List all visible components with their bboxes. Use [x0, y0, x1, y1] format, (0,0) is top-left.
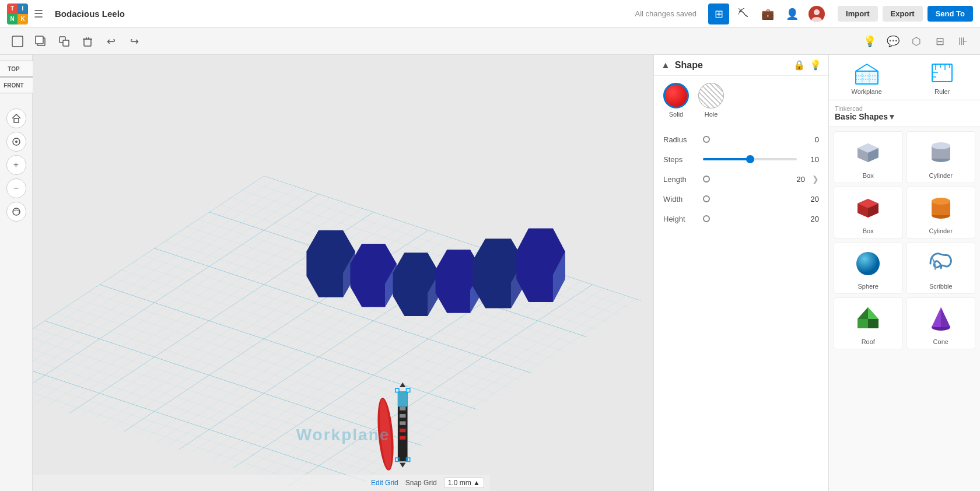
length-slider-area — [703, 176, 783, 183]
ruler-tool[interactable]: Ruler — [905, 55, 981, 100]
height-value: 20 — [802, 215, 819, 223]
project-name[interactable]: Bodacious Leelo — [55, 9, 125, 19]
solid-circle — [663, 83, 689, 108]
toolbar-right: 💡 💬 ⬡ ⊟ ⊪ — [860, 31, 973, 51]
grid-view-button[interactable]: ⊞ — [708, 3, 729, 24]
shape-cylinder-grey[interactable]: Cylinder — [907, 131, 976, 183]
fit-view-button[interactable] — [6, 132, 26, 152]
library-name-row: Basic Shapes ▼ — [835, 112, 974, 121]
tools-row: Workplane Ruler — [829, 55, 980, 100]
shape-scribble[interactable]: Scribble — [907, 242, 976, 294]
undo-button[interactable]: ↩ — [100, 31, 121, 52]
width-dot[interactable] — [703, 195, 710, 202]
shape-properties: Radius 0 Steps 10 Length — [654, 125, 828, 233]
library-category: Basic Shapes — [835, 112, 888, 121]
import-button[interactable]: Import — [838, 6, 877, 22]
steps-slider[interactable] — [703, 158, 797, 160]
new-shape-icon — [11, 35, 24, 48]
radius-dot[interactable] — [703, 136, 710, 143]
steps-row: Steps 10 — [663, 149, 819, 169]
width-value: 20 — [802, 195, 819, 204]
scribble-label: Scribble — [929, 283, 953, 290]
svg-rect-7 — [63, 40, 69, 46]
height-label: Height — [663, 215, 698, 223]
box-3d-button[interactable]: ⬡ — [907, 31, 926, 51]
view-cube[interactable]: TOP FRONT — [0, 61, 34, 100]
length-arrow[interactable]: ❯ — [812, 174, 819, 184]
light-bulb-button[interactable]: 💡 — [860, 31, 880, 51]
snap-grid-value[interactable]: 1.0 mm ▲ — [444, 478, 484, 488]
steps-label: Steps — [663, 155, 698, 164]
svg-rect-3 — [12, 36, 23, 47]
radius-slider-area — [703, 136, 797, 143]
shape-lock-icon[interactable]: 🔒 — [793, 59, 805, 71]
cylinder-orange-icon — [925, 192, 957, 225]
hole-label: Hole — [705, 111, 718, 118]
logo: T I N K — [7, 3, 28, 24]
solid-label: Solid — [669, 111, 683, 118]
suitcase-button[interactable]: 💼 — [757, 3, 778, 24]
avatar-button[interactable] — [806, 3, 827, 24]
snap-grid-label: Snap Grid — [405, 479, 437, 487]
box-red-icon — [852, 192, 884, 225]
toolbar: ↩ ↪ 💡 💬 ⬡ ⊟ ⊪ — [0, 28, 980, 55]
shapes-library-panel: Workplane Ruler Tinkercad Basic Shapes — [828, 55, 980, 491]
shape-panel-header: ▲ Shape 🔒 💡 — [654, 55, 828, 76]
add-person-button[interactable]: 👤 — [782, 3, 803, 24]
zoom-in-button[interactable]: + — [6, 155, 26, 175]
shape-cone-purple[interactable]: Cone — [907, 297, 976, 349]
svg-marker-83 — [868, 319, 878, 328]
orbit-button[interactable] — [6, 202, 26, 222]
box-red-label: Box — [863, 227, 874, 234]
steps-slider-fill — [703, 158, 750, 160]
shape-box-grey[interactable]: Box — [834, 131, 903, 183]
height-dot[interactable] — [703, 215, 710, 222]
length-row: Length 20 ❯ — [663, 169, 819, 189]
width-label: Width — [663, 195, 698, 204]
view-top[interactable]: TOP — [0, 61, 34, 77]
list-icon[interactable]: ☰ — [34, 8, 43, 20]
cylinder-grey-thumb — [923, 135, 958, 170]
copy-button[interactable] — [54, 31, 75, 52]
export-button[interactable]: Export — [883, 6, 923, 22]
shape-light-icon[interactable]: 💡 — [810, 59, 821, 71]
box-grey-label: Box — [863, 172, 874, 179]
workplane-grid — [33, 55, 653, 491]
viewport[interactable]: Workplane Edit Grid Snap Grid 1.0 mm ▲ — [33, 55, 653, 491]
box-grey-thumb — [850, 135, 886, 170]
grid-toggle-button[interactable]: ⊟ — [930, 31, 950, 51]
view-front[interactable]: FRONT — [0, 77, 34, 93]
steps-slider-thumb[interactable] — [746, 155, 754, 163]
left-panel: TOP FRONT + − — [0, 55, 33, 491]
duplicate-button[interactable] — [30, 31, 51, 52]
height-slider-area — [703, 215, 797, 222]
align-button[interactable]: ⊪ — [953, 31, 973, 51]
shape-sphere-blue[interactable]: Sphere — [834, 242, 903, 294]
length-dot[interactable] — [703, 176, 710, 183]
shape-inspector-panel: ▲ Shape 🔒 💡 Solid Hole Radius 0 — [653, 55, 828, 491]
steps-slider-area[interactable] — [703, 158, 797, 160]
sendto-button[interactable]: Send To — [928, 6, 973, 22]
new-shape-button[interactable] — [7, 31, 28, 52]
shape-collapse-button[interactable]: ▲ — [661, 60, 670, 71]
redo-button[interactable]: ↪ — [124, 31, 145, 52]
hole-option[interactable]: Hole — [698, 83, 724, 118]
header-action-group: Import Export Send To — [838, 6, 973, 22]
ruler-icon — [929, 59, 956, 86]
hole-circle — [698, 83, 724, 108]
svg-marker-86 — [941, 307, 950, 327]
speech-bubble-button[interactable]: 💬 — [883, 31, 903, 51]
edit-grid-button[interactable]: Edit Grid — [371, 479, 398, 487]
shape-box-red[interactable]: Box — [834, 187, 903, 239]
duplicate-icon — [34, 35, 47, 48]
library-dropdown-arrow[interactable]: ▼ — [888, 112, 896, 121]
solid-option[interactable]: Solid — [663, 83, 689, 118]
shape-cylinder-orange[interactable]: Cylinder — [907, 187, 976, 239]
zoom-out-button[interactable]: − — [6, 178, 26, 198]
workplane-tool[interactable]: Workplane — [829, 55, 905, 100]
shape-panel-title: Shape — [675, 60, 789, 71]
delete-button[interactable] — [77, 31, 98, 52]
pickaxe-button[interactable]: ⛏ — [733, 3, 754, 24]
shape-roof-green[interactable]: Roof — [834, 297, 903, 349]
home-view-button[interactable] — [6, 108, 26, 128]
